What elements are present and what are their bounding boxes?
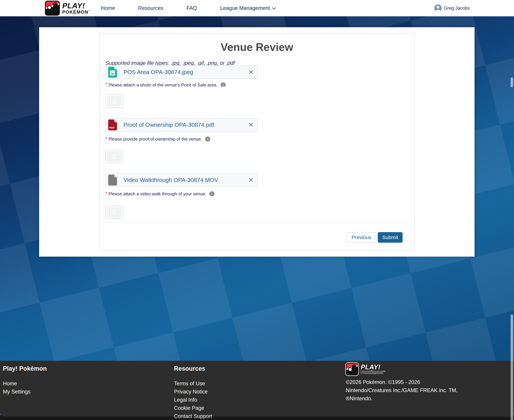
spacer [105,163,408,174]
file-icon-fold [114,120,117,122]
play-pokemon-logo[interactable]: PLAY! POKÉMON™ [45,1,91,16]
avatar-shoulders [435,10,441,12]
file-icon-fold [114,67,117,70]
trainer-silhouette [352,365,356,370]
generic-file-icon [108,175,117,186]
image-thumbnail-glyph [110,70,115,75]
help-row-video-walkthrough: * Please attach a video walk through of … [105,191,408,197]
submit-button[interactable]: Submit [378,232,403,243]
avatar-head [437,6,439,8]
scrollbar-thumb-top[interactable] [511,77,513,87]
info-icon[interactable]: i [205,136,210,142]
footer-link-legal-info[interactable]: Legal Info [174,396,212,404]
logo-pokemon-text: POKÉMON™ [62,10,91,15]
help-row-pos-area: * Please attach a photo of the venue's P… [105,82,408,87]
nav-home[interactable]: Home [101,5,115,11]
info-icon[interactable]: i [220,82,226,87]
footer-column-play-pokemon: Play! Pokémon Home My Settings [3,365,47,396]
pdf-file-icon: PDF [108,120,117,130]
image-file-icon [108,67,117,78]
upload-dropzone-video-walkthrough[interactable] [105,205,123,219]
upload-icon [111,154,117,159]
help-text: Please attach a photo of the venue's Poi… [109,82,218,87]
logo-play-text: PLAY! [62,2,91,9]
remove-attachment-button[interactable]: ✕ [248,66,254,78]
footer-column-legal: PLAY! POKÉMON™ ©2026 Pokémon. ©1995 - 20… [346,363,458,403]
trademark-symbol: ™ [88,10,91,12]
logo-wordmark: PLAY! POKÉMON™ [62,2,91,15]
required-asterisk: * [105,82,108,87]
trainer-silhouette [53,3,58,8]
form-actions: Previous Submit [105,232,403,243]
upload-button-face [107,151,122,162]
nav-league-management-label: League Management [220,5,270,11]
form-divider [105,223,408,223]
footer-link-privacy-notice[interactable]: Privacy Notice [174,388,212,396]
upload-icon [111,209,117,215]
upload-icon [111,98,117,104]
nav-resources[interactable]: Resources [138,5,163,11]
play-pokemon-logo-icon [45,1,60,16]
help-text: Please provide proof of ownership of the… [109,136,202,142]
footer-link-cookie-page[interactable]: Cookie Page [174,404,212,412]
nav-faq[interactable]: FAQ [186,5,197,11]
user-menu[interactable]: Greg Jacobs [434,0,470,16]
copyright-line-3: ®Nintendo. [346,394,458,403]
attachment-chip-video-walkthrough: Video Walkthrough OPA-30874.MOV ✕ [105,173,258,187]
copyright-line-2: Nintendo/Creatures Inc./GAME FREAK inc. … [346,386,458,394]
help-row-proof-of-ownership: * Please provide proof of ownership of t… [105,136,408,142]
spacer [105,108,408,119]
attachment-chip-proof-of-ownership: PDF Proof of Ownership OPA-30874.pdf ✕ [105,118,258,132]
page-title: Venue Review [105,41,408,53]
upload-dropzone-pos-area[interactable] [105,94,123,108]
footer-link-terms-of-use[interactable]: Terms of Use [174,380,212,388]
upload-dropzone-proof-of-ownership[interactable] [105,150,123,163]
upload-button-face [107,96,122,106]
previous-button[interactable]: Previous [347,232,376,243]
copyright-text: ©2026 Pokémon. ©1995 - 2026 Nintendo/Cre… [346,378,458,403]
logo-pokemon-text: POKÉMON™ [361,371,386,375]
page-content-area: Venue Review Supported image file types:… [39,27,475,257]
attachment-filename-link[interactable]: POS Area OPA-30874.jpeg [124,69,193,75]
copyright-line-1: ©2026 Pokémon. ©1995 - 2026 [346,378,458,386]
trademark-symbol: ™ [383,370,386,373]
footer-heading: Play! Pokémon [3,365,47,372]
remove-attachment-button[interactable]: ✕ [248,174,254,186]
upload-button-face [107,207,122,217]
venue-review-card: Venue Review Supported image file types:… [99,33,414,251]
attachment-chip-pos-area: POS Area OPA-30874.jpeg ✕ [105,66,258,79]
top-navigation-bar: PLAY! POKÉMON™ Home Resources FAQ League… [0,0,514,16]
footer: Play! Pokémon Home My Settings Resources… [0,361,514,417]
logo-play-text: PLAY! [361,364,386,370]
footer-link-my-settings[interactable]: My Settings [3,388,47,396]
chevron-down-icon [272,6,276,10]
scrollbar-thumb-bottom[interactable] [511,315,513,420]
required-asterisk: * [105,191,108,195]
attachment-filename-link[interactable]: Proof of Ownership OPA-30874.pdf [124,121,214,128]
play-pokemon-logo-icon [346,363,358,375]
help-text: Please attach a video walk through of yo… [109,191,206,196]
main-nav: Home Resources FAQ League Management [101,5,276,11]
info-icon[interactable]: i [209,191,214,196]
remove-attachment-button[interactable]: ✕ [248,119,254,131]
user-name: Greg Jacobs [444,6,470,11]
footer-column-resources: Resources Terms of Use Privacy Notice Le… [174,365,212,420]
pokeball-icon [47,5,52,10]
footer-heading: Resources [174,365,212,372]
file-icon-fold [114,175,117,178]
user-avatar-icon [434,4,442,12]
attachment-filename-link[interactable]: Video Walkthrough OPA-30874.MOV [124,177,218,183]
supported-file-types-note: Supported image file types: .jpg, .jpeg,… [105,60,408,66]
required-asterisk: * [105,136,108,141]
logo-wordmark: PLAY! POKÉMON™ [361,364,386,375]
footer-play-pokemon-logo: PLAY! POKÉMON™ [346,363,458,375]
footer-link-contact-support[interactable]: Contact Support [174,412,212,420]
pdf-badge-label: PDF [109,126,115,129]
nav-league-management[interactable]: League Management [220,5,275,11]
footer-link-home[interactable]: Home [3,380,47,388]
